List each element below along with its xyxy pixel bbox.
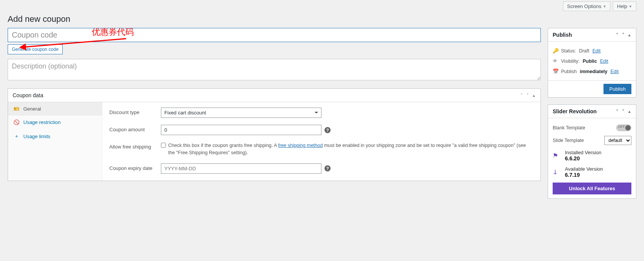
installed-version-value: 6.6.20 bbox=[565, 155, 601, 161]
collapse-icon[interactable]: ▴ bbox=[628, 33, 631, 38]
unlock-features-button[interactable]: Unlock All Features bbox=[553, 183, 631, 194]
free-shipping-checkbox[interactable] bbox=[161, 143, 166, 148]
available-version-value: 6.7.19 bbox=[565, 172, 603, 178]
publish-immediately: immediately bbox=[580, 69, 607, 74]
screen-options-label: Screen Options bbox=[567, 3, 602, 9]
publish-schedule-label: Publish bbox=[561, 69, 577, 74]
help-button[interactable]: Help ▼ bbox=[613, 2, 636, 11]
help-icon[interactable]: ? bbox=[324, 127, 331, 133]
help-icon[interactable]: ? bbox=[324, 165, 331, 171]
blank-template-label: Blank Template bbox=[553, 125, 585, 130]
discount-type-select[interactable]: Fixed cart discount bbox=[161, 108, 321, 118]
tab-usage-limits-label: Usage limits bbox=[23, 134, 50, 139]
edit-status-link[interactable]: Edit bbox=[592, 48, 601, 54]
collapse-icon[interactable]: ▴ bbox=[628, 109, 631, 114]
installed-version-label: Installed Version bbox=[565, 150, 601, 155]
coupon-amount-label: Coupon amount bbox=[109, 125, 161, 132]
expiry-input[interactable] bbox=[161, 163, 321, 174]
page-title: Add new coupon bbox=[8, 14, 636, 24]
tab-usage-restriction[interactable]: 🚫 Usage restriction bbox=[8, 116, 102, 129]
generate-code-button[interactable]: Generate coupon code bbox=[8, 44, 63, 54]
status-label: Status: bbox=[561, 48, 576, 54]
description-textarea[interactable] bbox=[8, 59, 541, 80]
coupon-data-title: Coupon data bbox=[13, 92, 43, 98]
tab-general[interactable]: 🎫 General bbox=[8, 102, 102, 116]
tab-general-label: General bbox=[23, 106, 41, 112]
calendar-icon: 📅 bbox=[553, 69, 558, 74]
collapse-icon[interactable]: ▴ bbox=[532, 93, 536, 98]
slider-revolution-panel: Slider Revolution ˄ ˅ ▴ Blank Template O… bbox=[548, 104, 636, 199]
free-shipping-link[interactable]: free shipping method bbox=[278, 143, 323, 148]
move-up-icon[interactable]: ˄ bbox=[615, 33, 619, 38]
publish-title: Publish bbox=[553, 32, 572, 38]
chevron-down-icon: ▼ bbox=[629, 5, 632, 8]
key-icon: 🔑 bbox=[553, 48, 558, 54]
plus-icon: ＋ bbox=[13, 133, 19, 140]
publish-panel: Publish ˄ ˅ ▴ 🔑 Status: Draft Edit 👁 Vis… bbox=[548, 28, 636, 98]
discount-type-label: Discount type bbox=[109, 108, 161, 115]
available-version-label: Available Version bbox=[565, 166, 603, 172]
move-up-icon[interactable]: ˄ bbox=[520, 93, 524, 98]
free-shipping-label: Allow free shipping bbox=[109, 142, 161, 150]
toggle-dot-icon bbox=[625, 125, 631, 130]
move-down-icon[interactable]: ˅ bbox=[621, 33, 625, 38]
cloud-download-icon: ⤓ bbox=[553, 168, 560, 176]
slider-revolution-title: Slider Revolution bbox=[553, 108, 597, 114]
status-value: Draft bbox=[579, 48, 589, 54]
tab-usage-restriction-label: Usage restriction bbox=[23, 119, 61, 125]
flag-icon: ⚑ bbox=[553, 152, 560, 159]
eye-icon: 👁 bbox=[553, 58, 558, 64]
edit-schedule-link[interactable]: Edit bbox=[610, 69, 619, 74]
publish-button[interactable]: Publish bbox=[603, 84, 631, 94]
ticket-icon: 🎫 bbox=[13, 106, 19, 112]
coupon-amount-input[interactable] bbox=[161, 125, 321, 135]
move-up-icon[interactable]: ˄ bbox=[615, 109, 619, 114]
visibility-label: Visibility: bbox=[561, 59, 579, 64]
chevron-down-icon: ▼ bbox=[603, 5, 606, 8]
move-down-icon[interactable]: ˅ bbox=[526, 93, 530, 98]
ban-icon: 🚫 bbox=[13, 119, 19, 125]
slide-template-select[interactable]: default bbox=[604, 136, 631, 145]
blank-template-toggle[interactable]: OFF bbox=[616, 124, 631, 131]
expiry-label: Coupon expiry date bbox=[109, 163, 161, 171]
screen-options-button[interactable]: Screen Options ▼ bbox=[563, 2, 611, 11]
move-down-icon[interactable]: ˅ bbox=[621, 109, 625, 114]
coupon-code-input[interactable] bbox=[8, 28, 541, 42]
coupon-data-panel: Coupon data ˄ ˅ ▴ 🎫 General 🚫 Usage rest… bbox=[8, 88, 541, 181]
edit-visibility-link[interactable]: Edit bbox=[600, 59, 608, 64]
slide-template-label: Slide Template bbox=[553, 138, 584, 143]
tab-usage-limits[interactable]: ＋ Usage limits bbox=[8, 129, 102, 144]
free-shipping-text: Check this box if the coupon grants free… bbox=[168, 142, 534, 157]
help-label: Help bbox=[617, 3, 627, 9]
visibility-value: Public bbox=[582, 59, 597, 64]
